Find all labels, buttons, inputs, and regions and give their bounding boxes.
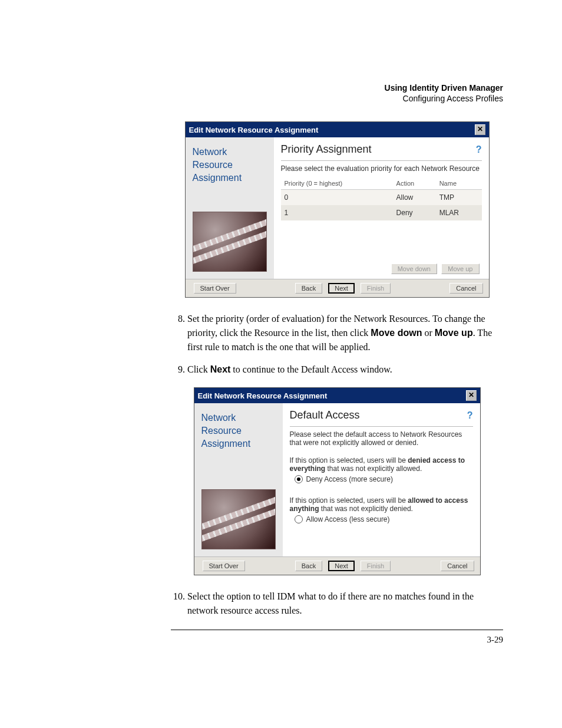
dialog-titlebar: Edit Network Resource Assignment ✕ [194,388,480,403]
dialog-heading: Default Access ? [290,409,473,421]
cancel-button[interactable]: Cancel [449,283,482,294]
sidebar-image [201,489,276,549]
sidebar-title: Network Resource Assignment [186,137,274,184]
deny-block: If this option is selected, users will b… [290,456,473,483]
heading-text: Priority Assignment [281,143,372,156]
col-priority: Priority (0 = highest) [281,177,393,190]
move-up-button[interactable]: Move up [441,263,479,274]
header-title: Using Identity Driven Manager [59,83,503,93]
allow-block: If this option is selected, users will b… [290,496,473,523]
next-button[interactable]: Next [328,283,355,294]
page-number: 3-29 [171,635,503,645]
default-access-dialog: Edit Network Resource Assignment ✕ Netwo… [194,387,481,575]
dialog-main: Default Access ? Please select the defau… [283,403,480,556]
instruction-text: Please select the evaluation priority fo… [281,164,482,173]
next-button[interactable]: Next [328,561,355,571]
radio-label: Deny Access (more secure) [306,475,393,483]
col-name: Name [436,177,482,190]
finish-button[interactable]: Finish [361,561,391,571]
start-over-button[interactable]: Start Over [203,561,245,571]
instruction-list: Select the option to tell IDM what to do… [171,589,503,618]
dialog-heading: Priority Assignment ? [281,143,482,156]
header-subtitle: Configuring Access Profiles [59,93,503,104]
help-icon[interactable]: ? [476,144,482,155]
priority-table: Priority (0 = highest) Action Name 0 All… [281,177,482,220]
dialog-footer: Start Over Back Next Finish Cancel [186,279,489,297]
dialog-sidebar: Network Resource Assignment [186,137,274,279]
cell-name: MLAR [436,205,482,220]
page-rule [171,630,503,630]
sidebar-title: Network Resource Assignment [194,403,283,450]
instruction-text: Please select the default access to Netw… [290,430,473,447]
move-down-button[interactable]: Move down [391,263,437,274]
deny-access-radio[interactable]: Deny Access (more secure) [290,475,473,483]
help-icon[interactable]: ? [467,410,473,421]
close-icon[interactable]: ✕ [466,390,477,401]
back-button[interactable]: Back [295,561,322,571]
instruction-list: Set the priority (order of evaluation) f… [171,312,503,377]
step-10: Select the option to tell IDM what to do… [187,589,503,618]
radio-icon [295,475,303,483]
dialog-main: Priority Assignment ? Please select the … [274,137,489,279]
finish-button[interactable]: Finish [361,283,391,294]
cell-action: Deny [393,205,436,220]
priority-dialog: Edit Network Resource Assignment ✕ Netwo… [185,121,490,298]
page-header: Using Identity Driven Manager Configurin… [59,83,503,104]
cancel-button[interactable]: Cancel [441,561,474,571]
cell-name: TMP [436,190,482,206]
radio-label: Allow Access (less secure) [306,515,390,523]
col-action: Action [393,177,436,190]
cell-priority: 1 [281,205,393,220]
dialog-title: Edit Network Resource Assignment [198,391,328,400]
cell-action: Allow [393,190,436,206]
step-8: Set the priority (order of evaluation) f… [187,312,503,354]
start-over-button[interactable]: Start Over [194,283,236,294]
radio-icon [295,515,303,523]
close-icon[interactable]: ✕ [475,124,485,135]
dialog-title: Edit Network Resource Assignment [189,126,319,134]
table-row[interactable]: 0 Allow TMP [281,190,482,206]
allow-access-radio[interactable]: Allow Access (less secure) [290,515,473,523]
dialog-titlebar: Edit Network Resource Assignment ✕ [186,122,489,137]
table-row[interactable]: 1 Deny MLAR [281,205,482,220]
dialog-footer: Start Over Back Next Finish Cancel [194,556,480,575]
back-button[interactable]: Back [295,283,322,294]
dialog-sidebar: Network Resource Assignment [194,403,283,556]
step-9: Click Next to continue to the Default Ac… [187,363,503,377]
heading-text: Default Access [290,409,360,421]
sidebar-image [193,212,267,272]
cell-priority: 0 [281,190,393,206]
